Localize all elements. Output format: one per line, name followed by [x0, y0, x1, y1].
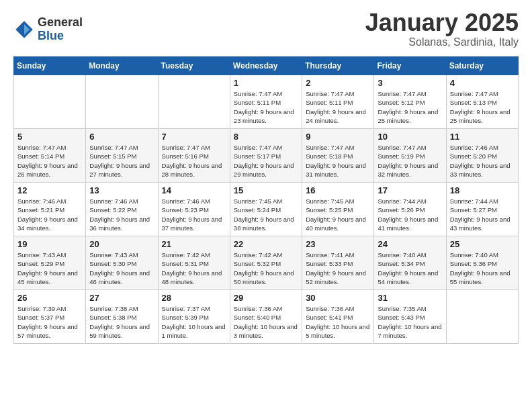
calendar-cell: 31Sunrise: 7:35 AM Sunset: 5:43 PM Dayli… — [374, 290, 446, 344]
calendar-cell: 9Sunrise: 7:47 AM Sunset: 5:18 PM Daylig… — [302, 129, 374, 183]
day-info: Sunrise: 7:47 AM Sunset: 5:19 PM Dayligh… — [378, 143, 442, 179]
day-number: 13 — [89, 185, 154, 195]
day-info: Sunrise: 7:47 AM Sunset: 5:13 PM Dayligh… — [450, 89, 515, 125]
calendar-cell: 14Sunrise: 7:46 AM Sunset: 5:23 PM Dayli… — [158, 183, 230, 236]
day-info: Sunrise: 7:41 AM Sunset: 5:33 PM Dayligh… — [306, 250, 370, 286]
day-info: Sunrise: 7:46 AM Sunset: 5:21 PM Dayligh… — [17, 197, 82, 232]
day-info: Sunrise: 7:42 AM Sunset: 5:31 PM Dayligh… — [162, 250, 226, 286]
day-number: 2 — [306, 78, 370, 88]
calendar-cell: 6Sunrise: 7:47 AM Sunset: 5:15 PM Daylig… — [86, 129, 158, 183]
calendar-cell: 27Sunrise: 7:38 AM Sunset: 5:38 PM Dayli… — [86, 290, 158, 344]
day-number: 15 — [234, 185, 298, 195]
calendar-cell: 19Sunrise: 7:43 AM Sunset: 5:29 PM Dayli… — [14, 236, 86, 290]
day-info: Sunrise: 7:36 AM Sunset: 5:40 PM Dayligh… — [234, 304, 298, 340]
calendar-cell: 20Sunrise: 7:43 AM Sunset: 5:30 PM Dayli… — [86, 236, 158, 290]
calendar-cell: 24Sunrise: 7:40 AM Sunset: 5:34 PM Dayli… — [374, 236, 446, 290]
day-info: Sunrise: 7:47 AM Sunset: 5:12 PM Dayligh… — [378, 89, 442, 125]
day-number: 5 — [17, 132, 82, 142]
day-number: 21 — [162, 239, 226, 249]
calendar-cell: 11Sunrise: 7:46 AM Sunset: 5:20 PM Dayli… — [446, 129, 518, 183]
day-number: 8 — [234, 132, 298, 142]
day-info: Sunrise: 7:40 AM Sunset: 5:36 PM Dayligh… — [450, 250, 515, 286]
page: General Blue January 2025 Solanas, Sardi… — [0, 0, 532, 357]
header-row: Sunday Monday Tuesday Wednesday Thursday… — [14, 57, 519, 75]
day-info: Sunrise: 7:47 AM Sunset: 5:11 PM Dayligh… — [306, 89, 370, 125]
calendar-week-3: 12Sunrise: 7:46 AM Sunset: 5:21 PM Dayli… — [14, 183, 519, 236]
day-number: 1 — [234, 78, 298, 88]
day-info: Sunrise: 7:42 AM Sunset: 5:32 PM Dayligh… — [234, 250, 298, 286]
day-number: 20 — [89, 239, 154, 249]
logo-icon — [13, 19, 35, 40]
calendar-cell: 3Sunrise: 7:47 AM Sunset: 5:12 PM Daylig… — [374, 75, 446, 129]
day-info: Sunrise: 7:38 AM Sunset: 5:38 PM Dayligh… — [89, 304, 154, 340]
calendar-cell: 13Sunrise: 7:46 AM Sunset: 5:22 PM Dayli… — [86, 183, 158, 236]
day-info: Sunrise: 7:47 AM Sunset: 5:17 PM Dayligh… — [234, 143, 298, 179]
day-number: 17 — [378, 185, 442, 195]
calendar-cell: 30Sunrise: 7:36 AM Sunset: 5:41 PM Dayli… — [302, 290, 374, 344]
calendar-cell — [14, 75, 86, 129]
calendar-week-1: 1Sunrise: 7:47 AM Sunset: 5:11 PM Daylig… — [14, 75, 519, 129]
calendar-cell: 26Sunrise: 7:39 AM Sunset: 5:37 PM Dayli… — [14, 290, 86, 344]
header-friday: Friday — [374, 57, 446, 75]
header: General Blue January 2025 Solanas, Sardi… — [13, 11, 519, 48]
day-info: Sunrise: 7:47 AM Sunset: 5:16 PM Dayligh… — [162, 143, 226, 179]
day-number: 26 — [17, 293, 82, 303]
calendar-cell: 4Sunrise: 7:47 AM Sunset: 5:13 PM Daylig… — [446, 75, 518, 129]
day-number: 18 — [450, 185, 515, 195]
header-sunday: Sunday — [14, 57, 86, 75]
calendar-cell: 17Sunrise: 7:44 AM Sunset: 5:26 PM Dayli… — [374, 183, 446, 236]
header-wednesday: Wednesday — [230, 57, 302, 75]
calendar-week-5: 26Sunrise: 7:39 AM Sunset: 5:37 PM Dayli… — [14, 290, 519, 344]
calendar-cell: 25Sunrise: 7:40 AM Sunset: 5:36 PM Dayli… — [446, 236, 518, 290]
calendar-cell: 8Sunrise: 7:47 AM Sunset: 5:17 PM Daylig… — [230, 129, 302, 183]
day-number: 29 — [234, 293, 298, 303]
day-number: 14 — [162, 185, 226, 195]
day-info: Sunrise: 7:45 AM Sunset: 5:24 PM Dayligh… — [234, 197, 298, 232]
calendar-cell: 10Sunrise: 7:47 AM Sunset: 5:19 PM Dayli… — [374, 129, 446, 183]
day-number: 6 — [89, 132, 154, 142]
day-number: 19 — [17, 239, 82, 249]
day-number: 27 — [89, 293, 154, 303]
calendar-table: Sunday Monday Tuesday Wednesday Thursday… — [13, 56, 519, 344]
day-info: Sunrise: 7:47 AM Sunset: 5:14 PM Dayligh… — [17, 143, 82, 179]
calendar-cell: 7Sunrise: 7:47 AM Sunset: 5:16 PM Daylig… — [158, 129, 230, 183]
day-info: Sunrise: 7:47 AM Sunset: 5:11 PM Dayligh… — [234, 89, 298, 125]
day-info: Sunrise: 7:46 AM Sunset: 5:23 PM Dayligh… — [162, 197, 226, 232]
calendar-cell: 1Sunrise: 7:47 AM Sunset: 5:11 PM Daylig… — [230, 75, 302, 129]
day-number: 31 — [378, 293, 442, 303]
day-number: 30 — [306, 293, 370, 303]
day-number: 22 — [234, 239, 298, 249]
day-info: Sunrise: 7:35 AM Sunset: 5:43 PM Dayligh… — [378, 304, 442, 340]
calendar-cell — [158, 75, 230, 129]
calendar-cell: 2Sunrise: 7:47 AM Sunset: 5:11 PM Daylig… — [302, 75, 374, 129]
calendar-cell: 28Sunrise: 7:37 AM Sunset: 5:39 PM Dayli… — [158, 290, 230, 344]
day-number: 16 — [306, 185, 370, 195]
logo: General Blue — [13, 16, 83, 43]
day-number: 7 — [162, 132, 226, 142]
calendar-cell: 29Sunrise: 7:36 AM Sunset: 5:40 PM Dayli… — [230, 290, 302, 344]
header-tuesday: Tuesday — [158, 57, 230, 75]
calendar-cell: 22Sunrise: 7:42 AM Sunset: 5:32 PM Dayli… — [230, 236, 302, 290]
header-thursday: Thursday — [302, 57, 374, 75]
day-info: Sunrise: 7:39 AM Sunset: 5:37 PM Dayligh… — [17, 304, 82, 340]
day-info: Sunrise: 7:43 AM Sunset: 5:29 PM Dayligh… — [17, 250, 82, 286]
day-number: 10 — [378, 132, 442, 142]
calendar-week-2: 5Sunrise: 7:47 AM Sunset: 5:14 PM Daylig… — [14, 129, 519, 183]
day-info: Sunrise: 7:43 AM Sunset: 5:30 PM Dayligh… — [89, 250, 154, 286]
logo-text: General Blue — [38, 16, 83, 43]
day-info: Sunrise: 7:44 AM Sunset: 5:27 PM Dayligh… — [450, 197, 515, 232]
day-info: Sunrise: 7:37 AM Sunset: 5:39 PM Dayligh… — [162, 304, 226, 340]
day-info: Sunrise: 7:47 AM Sunset: 5:18 PM Dayligh… — [306, 143, 370, 179]
logo-blue: Blue — [38, 30, 83, 43]
day-number: 24 — [378, 239, 442, 249]
calendar-cell: 23Sunrise: 7:41 AM Sunset: 5:33 PM Dayli… — [302, 236, 374, 290]
day-number: 23 — [306, 239, 370, 249]
calendar-cell: 15Sunrise: 7:45 AM Sunset: 5:24 PM Dayli… — [230, 183, 302, 236]
calendar-cell: 16Sunrise: 7:45 AM Sunset: 5:25 PM Dayli… — [302, 183, 374, 236]
day-info: Sunrise: 7:46 AM Sunset: 5:22 PM Dayligh… — [89, 197, 154, 232]
day-number: 28 — [162, 293, 226, 303]
day-info: Sunrise: 7:45 AM Sunset: 5:25 PM Dayligh… — [306, 197, 370, 232]
day-number: 4 — [450, 78, 515, 88]
day-number: 12 — [17, 185, 82, 195]
header-saturday: Saturday — [446, 57, 518, 75]
